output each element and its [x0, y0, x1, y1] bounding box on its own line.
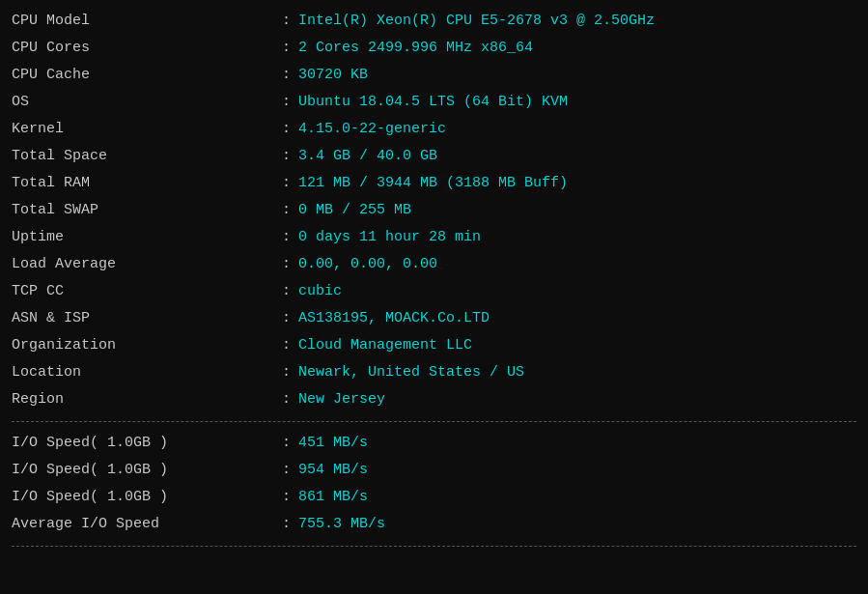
row-label: CPU Cache — [12, 64, 282, 87]
info-row: Uptime: 0 days 11 hour 28 min — [12, 224, 856, 251]
io-row-colon: : — [282, 513, 291, 536]
divider-1 — [12, 421, 856, 422]
row-colon: : — [282, 172, 291, 195]
row-value: 3.4 GB / 40.0 GB — [298, 145, 437, 168]
io-row-label: I/O Speed( 1.0GB ) — [12, 459, 282, 482]
io-row-value: 954 MB/s — [298, 459, 368, 482]
io-row: I/O Speed( 1.0GB ): 451 MB/s — [12, 430, 856, 457]
row-value: cubic — [298, 280, 342, 303]
io-row-colon: : — [282, 486, 291, 509]
row-label: Location — [12, 361, 282, 384]
io-row-value: 755.3 MB/s — [298, 513, 385, 536]
info-row: Organization: Cloud Management LLC — [12, 332, 856, 359]
row-colon: : — [282, 199, 291, 222]
io-row-label: I/O Speed( 1.0GB ) — [12, 486, 282, 509]
row-colon: : — [282, 388, 291, 411]
row-colon: : — [282, 361, 291, 384]
row-colon: : — [282, 145, 291, 168]
info-row: CPU Cores: 2 Cores 2499.996 MHz x86_64 — [12, 35, 856, 62]
system-info-section: CPU Model: Intel(R) Xeon(R) CPU E5-2678 … — [12, 8, 856, 413]
row-colon: : — [282, 64, 291, 87]
row-colon: : — [282, 118, 291, 141]
row-value: 121 MB / 3944 MB (3188 MB Buff) — [298, 172, 568, 195]
io-row-value: 861 MB/s — [298, 486, 368, 509]
row-label: Total RAM — [12, 172, 282, 195]
row-value: 4.15.0-22-generic — [298, 118, 446, 141]
row-value: AS138195, MOACK.Co.LTD — [298, 307, 490, 330]
info-row: Load Average: 0.00, 0.00, 0.00 — [12, 251, 856, 278]
system-info-table: CPU Model: Intel(R) Xeon(R) CPU E5-2678 … — [12, 8, 856, 547]
row-value: 0.00, 0.00, 0.00 — [298, 253, 437, 276]
info-row: Total RAM: 121 MB / 3944 MB (3188 MB Buf… — [12, 170, 856, 197]
row-colon: : — [282, 253, 291, 276]
row-colon: : — [282, 226, 291, 249]
row-colon: : — [282, 334, 291, 357]
row-value: 0 days 11 hour 28 min — [298, 226, 481, 249]
row-label: Region — [12, 388, 282, 411]
row-colon: : — [282, 91, 291, 114]
row-label: Organization — [12, 334, 282, 357]
row-label: CPU Cores — [12, 37, 282, 60]
row-value: New Jersey — [298, 388, 385, 411]
row-colon: : — [282, 307, 291, 330]
info-row: Total Space: 3.4 GB / 40.0 GB — [12, 143, 856, 170]
io-row-colon: : — [282, 459, 291, 482]
io-section: I/O Speed( 1.0GB ): 451 MB/sI/O Speed( 1… — [12, 430, 856, 538]
row-colon: : — [282, 280, 291, 303]
info-row: ASN & ISP: AS138195, MOACK.Co.LTD — [12, 305, 856, 332]
row-value: 30720 KB — [298, 64, 368, 87]
row-label: Kernel — [12, 118, 282, 141]
row-value: Ubuntu 18.04.5 LTS (64 Bit) KVM — [298, 91, 568, 114]
row-label: Total SWAP — [12, 199, 282, 222]
row-label: ASN & ISP — [12, 307, 282, 330]
row-value: 0 MB / 255 MB — [298, 199, 411, 222]
io-row-colon: : — [282, 432, 291, 455]
info-row: Region: New Jersey — [12, 386, 856, 413]
row-colon: : — [282, 37, 291, 60]
io-row-value: 451 MB/s — [298, 432, 368, 455]
divider-2 — [12, 546, 856, 547]
io-row: Average I/O Speed: 755.3 MB/s — [12, 511, 856, 538]
io-row-label: Average I/O Speed — [12, 513, 282, 536]
info-row: Total SWAP: 0 MB / 255 MB — [12, 197, 856, 224]
info-row: CPU Cache: 30720 KB — [12, 62, 856, 89]
row-value: Newark, United States / US — [298, 361, 524, 384]
io-row: I/O Speed( 1.0GB ): 861 MB/s — [12, 484, 856, 511]
row-value: Cloud Management LLC — [298, 334, 472, 357]
io-row: I/O Speed( 1.0GB ): 954 MB/s — [12, 457, 856, 484]
row-value: Intel(R) Xeon(R) CPU E5-2678 v3 @ 2.50GH… — [298, 10, 655, 33]
row-label: Uptime — [12, 226, 282, 249]
info-row: TCP CC: cubic — [12, 278, 856, 305]
row-label: Total Space — [12, 145, 282, 168]
info-row: CPU Model: Intel(R) Xeon(R) CPU E5-2678 … — [12, 8, 856, 35]
row-label: CPU Model — [12, 10, 282, 33]
row-value: 2 Cores 2499.996 MHz x86_64 — [298, 37, 533, 60]
info-row: OS: Ubuntu 18.04.5 LTS (64 Bit) KVM — [12, 89, 856, 116]
row-colon: : — [282, 10, 291, 33]
row-label: TCP CC — [12, 280, 282, 303]
info-row: Location: Newark, United States / US — [12, 359, 856, 386]
info-row: Kernel: 4.15.0-22-generic — [12, 116, 856, 143]
io-row-label: I/O Speed( 1.0GB ) — [12, 432, 282, 455]
row-label: Load Average — [12, 253, 282, 276]
row-label: OS — [12, 91, 282, 114]
